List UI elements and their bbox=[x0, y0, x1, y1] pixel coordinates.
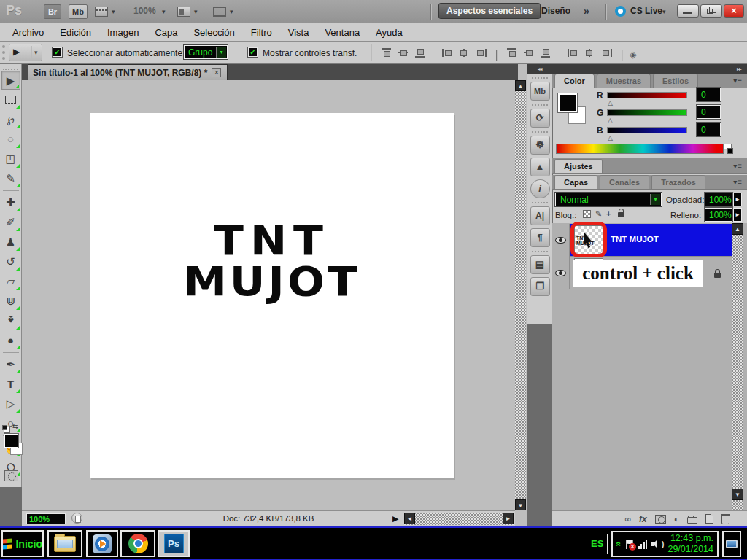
align-left-edges-icon[interactable] bbox=[442, 48, 453, 58]
eraser-tool[interactable]: ▱ bbox=[1, 272, 20, 291]
tab-muestras[interactable]: Muestras bbox=[597, 74, 651, 88]
menu-capa[interactable]: Capa bbox=[147, 25, 185, 40]
scroll-up-icon[interactable]: ▲ bbox=[732, 223, 743, 235]
dropdown-arrow-icon[interactable]: ▾ bbox=[216, 47, 226, 58]
dodge-tool[interactable]: ● bbox=[1, 331, 20, 350]
screen-mode-icon[interactable] bbox=[213, 7, 226, 17]
scroll-down-icon[interactable]: ▼ bbox=[732, 489, 743, 500]
foreground-color-swatch[interactable] bbox=[4, 434, 18, 448]
new-layer-icon[interactable] bbox=[705, 514, 713, 524]
channel-g-slider-thumb[interactable]: △ bbox=[608, 117, 613, 124]
network-signal-icon[interactable] bbox=[638, 540, 647, 549]
channel-r-slider[interactable] bbox=[607, 92, 687, 98]
adjustment-layer-icon[interactable]: ◐ bbox=[674, 514, 679, 524]
eye-icon[interactable] bbox=[555, 270, 566, 276]
tray-expand-icon[interactable]: « bbox=[614, 542, 624, 547]
menu-archivo[interactable]: Archivo bbox=[4, 25, 52, 40]
paragraph-panel-icon[interactable]: ¶ bbox=[530, 228, 550, 247]
taskbar-explorer-button[interactable] bbox=[47, 530, 82, 557]
brush-tool[interactable]: ✐ bbox=[1, 213, 20, 232]
horizontal-scrollbar[interactable]: ◄ ► bbox=[404, 513, 514, 525]
restore-button[interactable] bbox=[700, 4, 722, 18]
eye-icon[interactable] bbox=[555, 237, 566, 244]
tab-color[interactable]: Color bbox=[554, 74, 595, 88]
align-top-edges-icon[interactable] bbox=[381, 48, 392, 58]
close-button[interactable]: × bbox=[724, 4, 744, 18]
channel-b-slider-thumb[interactable]: △ bbox=[608, 134, 613, 141]
tab-capas[interactable]: Capas bbox=[554, 175, 597, 189]
lock-pixels-icon[interactable]: ✎ bbox=[595, 209, 602, 219]
layer-style-icon[interactable]: fx bbox=[639, 514, 647, 524]
document-tab[interactable]: Sin título-1 al 100% (TNT MUJOT, RGB/8) … bbox=[28, 64, 228, 80]
opacity-arrow-icon[interactable]: ► bbox=[733, 192, 742, 206]
taskbar-photoshop-button[interactable]: Ps bbox=[158, 530, 190, 557]
bridge-button[interactable]: Br bbox=[44, 4, 61, 19]
mini-bridge-panel-icon[interactable]: Mb bbox=[530, 82, 550, 101]
panel-menu-icon[interactable]: ▾≡ bbox=[733, 77, 743, 85]
delete-layer-icon[interactable] bbox=[721, 516, 729, 524]
menu-vista[interactable]: Vista bbox=[280, 25, 317, 40]
fill-value[interactable]: 100% bbox=[705, 208, 732, 222]
info-panel-icon[interactable]: i bbox=[530, 179, 550, 198]
pen-tool[interactable]: ✒ bbox=[1, 355, 20, 374]
kuler-wheel-panel-icon[interactable]: ☸ bbox=[530, 136, 550, 155]
path-selection-tool[interactable]: ▷ bbox=[1, 394, 20, 413]
distribute-right-edges-icon[interactable] bbox=[601, 48, 612, 58]
menu-ventana[interactable]: Ventana bbox=[317, 25, 368, 40]
spot-healing-brush-tool[interactable]: ✚ bbox=[1, 193, 20, 212]
tab-ajustes[interactable]: Ajustes bbox=[554, 159, 603, 173]
clone-stamp-tool[interactable]: ♟ bbox=[1, 233, 20, 252]
menu-imagen[interactable]: Imagen bbox=[99, 25, 147, 40]
color-spectrum-ramp[interactable] bbox=[556, 144, 724, 154]
distribute-horizontal-centers-icon[interactable] bbox=[584, 48, 595, 58]
action-center-flag-icon[interactable]: × bbox=[626, 540, 633, 549]
view-extras-icon[interactable] bbox=[95, 7, 108, 17]
distribute-bottom-edges-icon[interactable] bbox=[540, 48, 551, 58]
channel-g-value[interactable]: 0 bbox=[697, 105, 721, 119]
channel-r-value[interactable]: 0 bbox=[697, 88, 721, 101]
channel-b-slider[interactable] bbox=[607, 127, 687, 133]
tab-canales[interactable]: Canales bbox=[600, 175, 649, 189]
add-layer-mask-icon[interactable] bbox=[655, 515, 666, 524]
scroll-left-icon[interactable]: ◄ bbox=[404, 513, 415, 524]
menu-filtro[interactable]: Filtro bbox=[243, 25, 280, 40]
eyedropper-tool[interactable]: ✎ bbox=[1, 169, 20, 188]
language-indicator[interactable]: ES bbox=[591, 538, 603, 549]
histogram-panel-icon[interactable]: ▲ bbox=[530, 158, 550, 176]
auto-select-checkbox[interactable]: ✓ bbox=[53, 47, 62, 57]
distribute-left-edges-icon[interactable] bbox=[568, 48, 578, 58]
scroll-right-icon[interactable]: ► bbox=[503, 513, 514, 524]
panel-menu-icon[interactable]: ▾≡ bbox=[733, 178, 743, 186]
auto-align-layers-icon[interactable]: ◈ bbox=[630, 49, 637, 60]
tab-trazados[interactable]: Trazados bbox=[651, 175, 705, 189]
type-tool[interactable]: T bbox=[1, 375, 20, 394]
grip-handle[interactable] bbox=[3, 64, 18, 70]
dock-collapse[interactable]: ◂◂ bbox=[527, 64, 552, 74]
scroll-down-icon[interactable]: ▼ bbox=[515, 499, 526, 510]
start-button[interactable]: Inicio bbox=[1, 530, 44, 557]
character-panel-icon[interactable]: A| bbox=[530, 206, 550, 225]
menu-edicion[interactable]: Edición bbox=[52, 25, 99, 40]
zoom-level-dropdown-icon[interactable]: ▾ bbox=[162, 8, 166, 15]
paint-bucket-tool[interactable]: ⋓ bbox=[1, 292, 20, 311]
color-panel-foreground-swatch[interactable] bbox=[558, 93, 577, 112]
right-panels-collapse[interactable]: ▸▸ bbox=[552, 64, 747, 74]
channel-g-slider[interactable] bbox=[607, 109, 687, 116]
blend-mode-dropdown[interactable]: Normal ▾ bbox=[555, 192, 662, 206]
fill-arrow-icon[interactable]: ► bbox=[733, 208, 742, 222]
layer-name[interactable]: TNT MUJOT bbox=[611, 235, 659, 244]
align-bottom-edges-icon[interactable] bbox=[414, 48, 425, 58]
taskbar-chrome-button[interactable] bbox=[120, 530, 155, 557]
lock-all-icon[interactable] bbox=[618, 212, 624, 217]
move-tool[interactable]: ▶ bbox=[1, 71, 20, 90]
view-extras-dropdown-icon[interactable]: ▾ bbox=[112, 8, 115, 15]
align-horizontal-centers-icon[interactable] bbox=[459, 48, 470, 58]
canvas[interactable]: TNT MUJOT bbox=[90, 113, 454, 478]
layer-comps-panel-icon[interactable]: ▤ bbox=[530, 255, 550, 274]
history-brush-tool[interactable]: ↺ bbox=[1, 252, 20, 271]
show-transform-checkbox[interactable]: ✓ bbox=[248, 47, 258, 57]
document-tab-close-icon[interactable]: × bbox=[212, 68, 221, 77]
align-right-edges-icon[interactable] bbox=[476, 48, 487, 58]
blur-tool[interactable]: ♠ bbox=[1, 311, 20, 330]
align-vertical-centers-icon[interactable] bbox=[398, 48, 409, 58]
